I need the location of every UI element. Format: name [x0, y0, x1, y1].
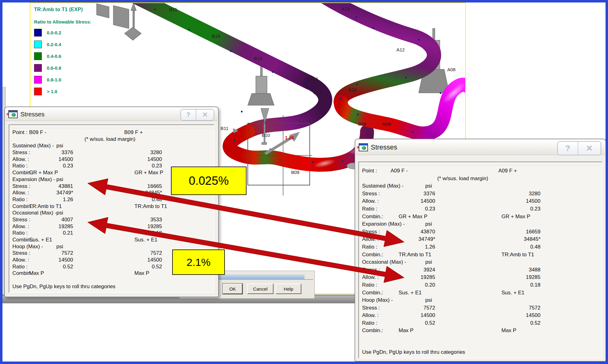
legend-swatch: [34, 41, 42, 48]
data-row: Stress :75727572: [360, 305, 601, 313]
left-value: TR:Amb to T1: [29, 203, 62, 210]
data-row: Combin.:TR:Amb to T1TR:Amb to T1: [360, 252, 601, 259]
section-name: Hoop (Max) -: [12, 244, 43, 250]
node-label-a10: A10: [348, 87, 356, 92]
section-unit: psi: [56, 210, 63, 216]
data-row: Allow. :1928519285: [10, 223, 213, 230]
max-ratio-value: 1.26: [285, 135, 294, 140]
right-value: 14500: [10, 257, 162, 263]
legend-swatch: [34, 52, 42, 60]
right-value: 7572: [360, 305, 540, 311]
data-row: Combin.:Max PMax P: [360, 327, 601, 335]
stresses-app-icon: ✶: [359, 143, 368, 151]
right-value: 0.23: [360, 206, 540, 212]
point-label: Point :: [362, 168, 377, 174]
point-left-value: A09 F -: [391, 168, 408, 174]
dialog-footer-hint: Use PgDn, PgUp keys to roll thru categor…: [362, 349, 465, 355]
node-label-b12: B12: [313, 90, 322, 95]
legend-swatch: [34, 88, 42, 95]
data-row: Allow. :1450014500: [10, 156, 213, 163]
help-button[interactable]: Help: [276, 284, 301, 294]
data-row: Ratio :0.520.52: [360, 320, 601, 328]
legend-label: > 1.0: [47, 89, 57, 94]
margin-note: (* w/sus. load margin): [63, 136, 156, 142]
right-value: 0.52: [360, 320, 540, 326]
right-value: TR:Amb to T1: [501, 252, 534, 258]
data-row: Ratio :0.230.23: [360, 206, 601, 214]
section-header-row: Expansion (Max) -psi: [360, 221, 601, 229]
help-icon[interactable]: ?: [558, 142, 578, 155]
row-label: Combin.:: [362, 214, 383, 220]
section-header-row: Occasional (Max) -psi: [360, 259, 601, 267]
left-value: Max P: [29, 270, 44, 276]
right-value: 34845*: [10, 190, 162, 196]
section-header-row: Occasional (Max) -psi: [10, 210, 213, 217]
right-value: 3488: [360, 267, 540, 273]
note-row: (* w/sus. load margin): [360, 176, 601, 183]
section-name: Expansion (Max) -: [362, 221, 405, 227]
right-value: GR + Max P: [501, 214, 530, 220]
section-name: Occasional (Max) -: [12, 210, 57, 216]
legend-label: 0.2-0.4: [47, 42, 61, 47]
pipe-b-diagonal: [133, 3, 310, 83]
section-name: Sustained (Max) -: [12, 143, 54, 149]
data-row: Allow. :1450014500: [360, 312, 601, 320]
data-row: Ratio :1.260.48: [360, 244, 601, 252]
section-header-row: Sustained (Max) -psi: [360, 183, 601, 191]
data-row: Ratio :1.260.48: [10, 197, 213, 203]
right-value: 0.18: [10, 230, 162, 236]
section-unit: psi: [425, 259, 432, 265]
titlebar-buttons: ? ✕: [180, 109, 214, 121]
close-icon[interactable]: ✕: [578, 142, 601, 155]
globe-shape: [11, 113, 16, 117]
left-value: GR + Max P: [399, 214, 427, 220]
right-value: 14500: [360, 198, 540, 204]
right-value: 19285: [360, 274, 540, 280]
right-value: 3533: [10, 217, 162, 223]
node-label-b08: B08: [358, 121, 366, 127]
right-value: TR:Amb to T1: [134, 203, 167, 210]
right-value: 0.48: [10, 197, 162, 203]
section-unit: psi: [425, 183, 432, 189]
node-label-a09: A09: [382, 121, 391, 127]
data-row: Combin.:Sus. + E1Sus. + E1: [360, 290, 601, 297]
right-value: Sus. + E1: [134, 237, 157, 243]
data-row: Allow. :1450014500: [360, 198, 601, 206]
legend-item: 0.4-0.6: [34, 53, 91, 60]
right-value: Sus. + E1: [501, 290, 524, 296]
node-label-b11: B11: [221, 126, 229, 131]
legend-label: 0.0-0.2: [47, 30, 61, 35]
node-label-a11: A11: [310, 76, 318, 81]
right-value: 0.48: [360, 244, 540, 250]
doc-titlebar-shape: [9, 111, 17, 112]
node-label-a08: A08: [447, 67, 456, 72]
data-row: Stress :33763280: [360, 191, 601, 198]
left-value: Sus. + E1: [29, 237, 52, 243]
row-label: Combin.:: [362, 327, 383, 334]
ok-button[interactable]: OK: [223, 284, 243, 294]
cancel-button[interactable]: Cancel: [247, 284, 273, 294]
dialog-footer-hint: Use PgDn, PgUp keys to roll thru categor…: [12, 284, 116, 290]
right-value: 34845*: [360, 236, 540, 242]
right-value: 7572: [10, 250, 162, 256]
data-row: Allow. :34749*34845*: [360, 236, 601, 244]
doc-titlebar-shape: [359, 144, 367, 145]
right-value: 19285: [10, 223, 162, 230]
legend-label: 0.6-0.8: [47, 65, 61, 71]
right-value: 16665: [10, 183, 162, 189]
data-row: Ratio :0.210.18: [10, 230, 213, 237]
close-icon[interactable]: ✕: [196, 110, 214, 120]
section-unit: psi: [56, 176, 63, 183]
data-row: Stress :33763280: [10, 150, 213, 156]
section-name: Occasional (Max) -: [362, 259, 406, 265]
row-label: Combin.:: [362, 252, 383, 258]
section-unit: psi: [56, 143, 63, 149]
globe-shape: [362, 146, 366, 150]
data-row: Stress :40073533: [10, 217, 213, 223]
right-value: 14500: [360, 312, 540, 318]
help-icon[interactable]: ?: [181, 110, 196, 120]
divider: [304, 279, 313, 280]
legend-subtitle: Ratio to Allowable Stress:: [34, 19, 91, 24]
left-value: Max P: [399, 327, 413, 334]
data-row: Stress :39243488: [360, 267, 601, 275]
